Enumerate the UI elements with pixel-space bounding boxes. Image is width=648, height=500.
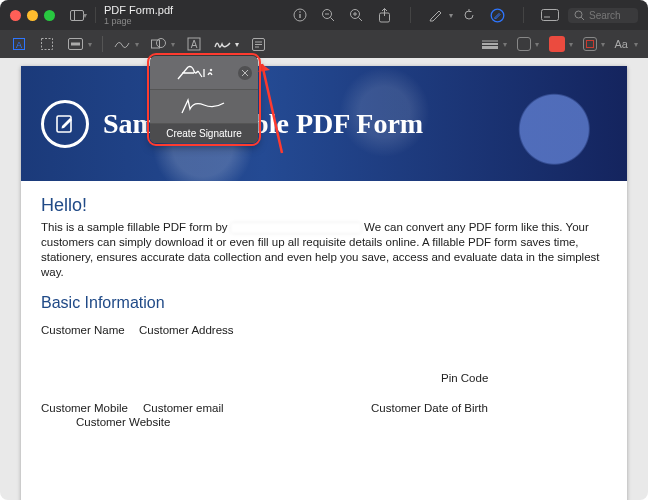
shapes-tool-icon[interactable] — [149, 35, 167, 53]
text-style-button[interactable]: Aa — [615, 38, 628, 50]
label-customer-email: Customer email — [143, 402, 224, 414]
signature-option-2[interactable] — [150, 90, 258, 124]
label-customer-dob: Customer Date of Birth — [371, 402, 488, 414]
svg-point-17 — [575, 11, 582, 18]
info-icon[interactable] — [290, 5, 310, 25]
document-subtitle: 1 page — [104, 16, 173, 26]
markup-toolbar: A ▾ ▾ ▾ A ▾ ▾ ▾ ▾ ▾ Aa ▾ — [0, 30, 648, 58]
svg-line-39 — [262, 64, 282, 153]
form-field-icon[interactable] — [540, 5, 560, 25]
intro-paragraph: This is a sample fillable PDF form by We… — [41, 220, 607, 280]
edit-form-icon — [41, 100, 89, 148]
chevron-down-icon[interactable]: ▾ — [235, 40, 239, 49]
signature-dropdown: Create Signature — [150, 56, 258, 143]
svg-rect-23 — [71, 43, 80, 46]
svg-rect-21 — [42, 39, 53, 50]
rotate-icon[interactable] — [459, 5, 479, 25]
search-field[interactable]: Search — [568, 8, 638, 23]
redacted-vendor-name — [231, 223, 361, 233]
sign-tool-icon[interactable] — [213, 35, 231, 53]
svg-point-3 — [299, 11, 301, 13]
sketch-tool-icon[interactable] — [113, 35, 131, 53]
svg-line-6 — [331, 18, 335, 22]
chevron-down-icon[interactable]: ▾ — [83, 11, 87, 20]
titlebar: ▾ PDF Form.pdf 1 page ▾ Search — [0, 0, 648, 30]
chevron-down-icon[interactable]: ▾ — [601, 40, 605, 49]
signature-option-1[interactable] — [150, 56, 258, 90]
svg-text:A: A — [16, 40, 22, 50]
text-tool-icon[interactable]: A — [185, 35, 203, 53]
shape-style-swatch[interactable] — [583, 37, 597, 51]
intro-pre: This is a sample fillable PDF form by — [41, 221, 231, 233]
maximize-window-button[interactable] — [44, 10, 55, 21]
search-icon — [574, 10, 585, 21]
stroke-color-swatch[interactable] — [517, 37, 531, 51]
zoom-out-icon[interactable] — [318, 5, 338, 25]
document-title: PDF Form.pdf — [104, 4, 173, 16]
label-customer-name: Customer Name — [41, 324, 125, 336]
fill-color-swatch[interactable] — [549, 36, 565, 52]
chevron-down-icon[interactable]: ▾ — [135, 40, 139, 49]
delete-signature-icon[interactable] — [238, 66, 252, 80]
minimize-window-button[interactable] — [27, 10, 38, 21]
pdf-page: Sample Fillable PDF Form Hello! This is … — [21, 66, 627, 500]
hello-heading: Hello! — [41, 195, 607, 216]
svg-rect-15 — [542, 10, 559, 21]
form-fields-area: Customer Name Customer Address Pin Code … — [41, 324, 607, 434]
chevron-down-icon[interactable]: ▾ — [634, 40, 638, 49]
rect-selection-tool-icon[interactable] — [38, 35, 56, 53]
zoom-in-icon[interactable] — [346, 5, 366, 25]
share-icon[interactable] — [374, 5, 394, 25]
label-customer-address: Customer Address — [139, 324, 234, 336]
chevron-down-icon[interactable]: ▾ — [171, 40, 175, 49]
document-title-block: PDF Form.pdf 1 page — [104, 4, 173, 26]
document-banner: Sample Fillable PDF Form — [21, 66, 627, 181]
section-heading-basic: Basic Information — [41, 294, 607, 312]
label-pin-code: Pin Code — [441, 372, 488, 384]
svg-text:A: A — [191, 39, 198, 50]
chevron-down-icon[interactable]: ▾ — [449, 11, 453, 20]
search-placeholder: Search — [589, 10, 621, 21]
markup-toggle-icon[interactable] — [487, 5, 507, 25]
close-window-button[interactable] — [10, 10, 21, 21]
svg-line-9 — [359, 18, 363, 22]
redact-tool-icon[interactable] — [66, 35, 84, 53]
label-customer-mobile: Customer Mobile — [41, 402, 128, 414]
chevron-down-icon[interactable]: ▾ — [88, 40, 92, 49]
svg-rect-0 — [71, 10, 84, 20]
svg-line-18 — [581, 17, 584, 20]
text-selection-tool-icon[interactable]: A — [10, 35, 28, 53]
chevron-down-icon[interactable]: ▾ — [569, 40, 573, 49]
label-customer-website: Customer Website — [76, 416, 170, 428]
create-signature-button[interactable]: Create Signature — [150, 124, 258, 143]
svg-point-25 — [156, 39, 165, 48]
window-controls — [10, 10, 55, 21]
annotation-arrow — [258, 58, 288, 162]
page-viewport[interactable]: Sample Fillable PDF Form Hello! This is … — [0, 58, 648, 500]
svg-marker-40 — [258, 64, 270, 72]
note-tool-icon[interactable] — [249, 35, 267, 53]
highlight-icon[interactable] — [427, 5, 447, 25]
svg-point-36 — [210, 69, 212, 71]
chevron-down-icon[interactable]: ▾ — [535, 40, 539, 49]
chevron-down-icon[interactable]: ▾ — [503, 40, 507, 49]
line-style-icon[interactable] — [481, 35, 499, 53]
